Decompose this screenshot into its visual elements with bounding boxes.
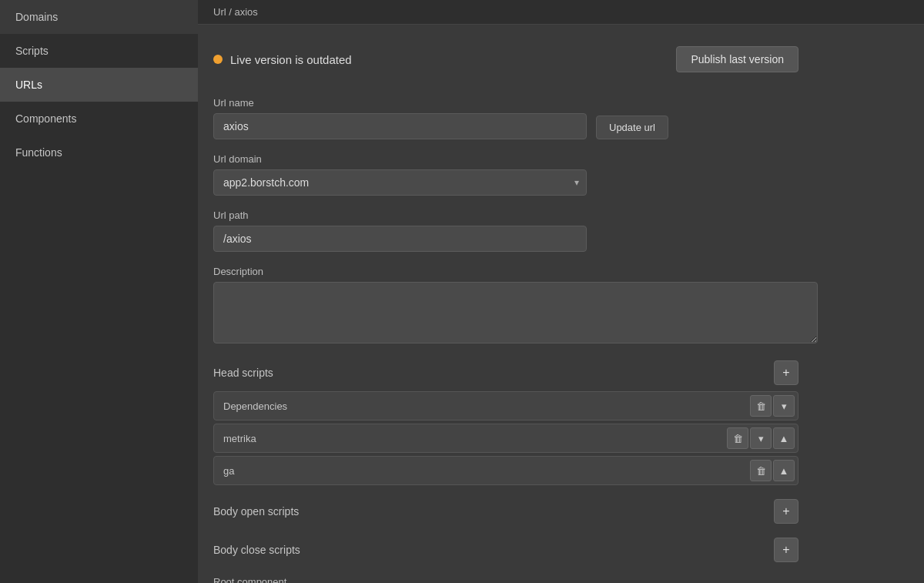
update-url-button[interactable]: Update url: [596, 116, 668, 139]
status-dot: [213, 55, 223, 64]
delete-ga-button[interactable]: 🗑: [750, 460, 772, 481]
breadcrumb: Url / axios: [198, 0, 924, 25]
root-component-label: Root component: [213, 576, 798, 583]
status-left: Live version is outdated: [213, 53, 352, 66]
body-close-scripts-title: Body close scripts: [213, 544, 300, 556]
body-open-scripts-add-button[interactable]: +: [774, 499, 798, 524]
description-textarea[interactable]: [213, 282, 818, 343]
head-scripts-title: Head scripts: [213, 367, 273, 379]
script-actions-ga: 🗑 ▲: [750, 460, 798, 481]
url-domain-select-wrapper: app2.borstch.com ▾: [213, 169, 587, 196]
url-path-group: Url path: [213, 209, 798, 252]
publish-button[interactable]: Publish last version: [676, 46, 798, 72]
root-component-group: Root component axios Change: [213, 576, 798, 583]
sidebar-item-domains[interactable]: Domains: [0, 0, 198, 34]
body-close-scripts-add-button[interactable]: +: [774, 538, 798, 562]
url-domain-select[interactable]: app2.borstch.com: [213, 169, 587, 196]
description-label: Description: [213, 266, 798, 277]
head-scripts-group: Head scripts + Dependencies 🗑 ▾ metrika …: [213, 360, 798, 485]
body-close-scripts-header: Body close scripts +: [213, 538, 798, 562]
sidebar-item-functions[interactable]: Functions: [0, 136, 198, 169]
script-item-ga: ga 🗑 ▲: [213, 456, 798, 485]
status-bar: Live version is outdated Publish last ve…: [213, 40, 798, 79]
url-path-label: Url path: [213, 209, 798, 221]
breadcrumb-text: Url / axios: [213, 6, 258, 18]
body-open-scripts-title: Body open scripts: [213, 505, 299, 518]
script-actions-metrika: 🗑 ▾ ▲: [727, 427, 798, 449]
script-name-dependencies: Dependencies: [214, 400, 750, 412]
up-metrika-button[interactable]: ▲: [773, 427, 795, 449]
script-name-ga: ga: [214, 465, 750, 477]
sidebar: DomainsScriptsURLsComponentsFunctions: [0, 0, 198, 583]
url-domain-label: Url domain: [213, 153, 798, 165]
description-group: Description: [213, 266, 798, 347]
up-ga-button[interactable]: ▲: [773, 460, 795, 481]
url-path-input[interactable]: [213, 226, 587, 252]
dropdown-metrika-button[interactable]: ▾: [750, 427, 772, 449]
body-open-scripts-header: Body open scripts +: [213, 499, 798, 524]
url-name-row: Update url: [213, 113, 798, 139]
sidebar-item-urls[interactable]: URLs: [0, 68, 198, 102]
head-scripts-add-button[interactable]: +: [774, 360, 798, 385]
dropdown-dependencies-button[interactable]: ▾: [773, 395, 795, 417]
body-close-scripts-group: Body close scripts +: [213, 538, 798, 562]
sidebar-item-scripts[interactable]: Scripts: [0, 34, 198, 68]
script-actions-dependencies: 🗑 ▾: [750, 395, 798, 417]
script-item-dependencies: Dependencies 🗑 ▾: [213, 391, 798, 420]
body-open-scripts-group: Body open scripts +: [213, 499, 798, 524]
url-domain-group: Url domain app2.borstch.com ▾: [213, 153, 798, 196]
delete-dependencies-button[interactable]: 🗑: [750, 395, 772, 417]
status-text: Live version is outdated: [230, 53, 352, 66]
sidebar-item-components[interactable]: Components: [0, 102, 198, 136]
main-content: Url / axios Live version is outdated Pub…: [198, 0, 924, 583]
url-name-input[interactable]: [213, 113, 587, 139]
delete-metrika-button[interactable]: 🗑: [727, 427, 748, 449]
script-name-metrika: metrika: [214, 433, 727, 444]
script-item-metrika: metrika 🗑 ▾ ▲: [213, 424, 798, 453]
content-area: Live version is outdated Publish last ve…: [198, 25, 814, 583]
url-name-group: Url name Update url: [213, 97, 798, 139]
head-scripts-header: Head scripts +: [213, 360, 798, 385]
url-name-label: Url name: [213, 97, 798, 109]
